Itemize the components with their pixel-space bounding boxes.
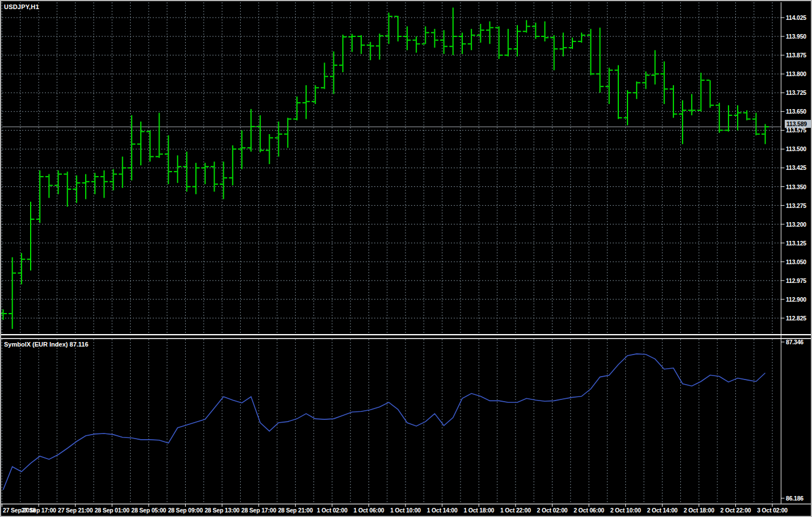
indicator-pane[interactable]: [1, 340, 781, 505]
price-axis-label: 113.425: [786, 164, 806, 171]
price-axis-label: 113.350: [786, 184, 806, 190]
price-axis-label: 113.050: [786, 258, 806, 265]
price-axis-label: 113.575: [786, 127, 806, 134]
price-axis-label: 113.125: [786, 240, 806, 247]
indicator-name-value-label: SymbolX (EUR Index) 87.116: [4, 341, 89, 348]
pane-splitter[interactable]: [1, 334, 811, 339]
price-axis-label: 113.500: [786, 145, 806, 152]
indicator-axis-label-min: 86.186: [786, 495, 803, 502]
price-axis-label: 113.650: [786, 108, 806, 115]
price-axis-label: 114.025: [786, 14, 806, 21]
indicator-axis-label-max: 87.346: [786, 339, 803, 345]
price-axis-label: 113.725: [786, 89, 806, 96]
price-axis-label: 113.800: [786, 70, 806, 77]
price-axis-label: 113.200: [786, 221, 806, 228]
price-axis-label: 112.900: [786, 296, 806, 303]
symbol-timeframe-label: USDJPY,H1: [4, 3, 39, 10]
main-chart-pane[interactable]: [1, 1, 781, 335]
price-axis-label: 113.950: [786, 33, 806, 40]
price-axis-label: 112.975: [786, 277, 806, 284]
chart-window: USDJPY,H1 SymbolX (EUR Index) 87.116 113…: [0, 0, 812, 517]
time-axis-label: 3 Oct 02:00: [747, 507, 798, 514]
price-axis-label: 113.875: [786, 52, 806, 59]
price-axis-label: 112.825: [786, 315, 806, 322]
price-axis-label: 113.275: [786, 202, 806, 209]
